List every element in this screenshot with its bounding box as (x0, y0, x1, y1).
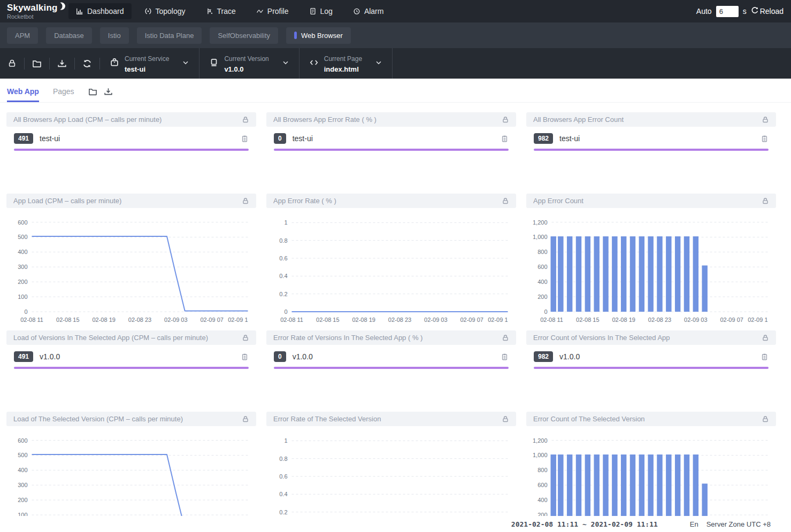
svg-text:200: 200 (18, 497, 27, 503)
lock-icon[interactable] (242, 415, 249, 423)
selector-value: v1.0.0 (224, 65, 243, 73)
svg-text:600: 600 (18, 437, 27, 444)
svg-text:0.8: 0.8 (279, 237, 287, 244)
clipboard-icon[interactable] (241, 353, 249, 361)
profile-icon (256, 7, 264, 15)
svg-text:0.8: 0.8 (279, 456, 287, 462)
download-icon[interactable] (50, 59, 74, 68)
lock-icon[interactable] (502, 197, 509, 205)
refresh-icon[interactable] (75, 59, 99, 68)
menu-item-trace[interactable]: Trace (198, 3, 243, 19)
chevron-down-icon (282, 59, 289, 68)
card-title: All Browsers App Error Rate ( % ) (273, 115, 502, 124)
menu-item-topology[interactable]: Topology (137, 3, 193, 19)
lock-icon[interactable] (242, 197, 249, 205)
folder-icon[interactable] (25, 59, 49, 68)
lock-icon[interactable] (0, 59, 24, 68)
card-title: App Load (CPM – calls per minute) (13, 197, 242, 205)
tab-web-browser[interactable]: Web Browser (286, 27, 351, 44)
stat-card-all-browsers-load: All Browsers App Load (CPM – calls per m… (6, 112, 256, 151)
svg-text:200: 200 (18, 279, 27, 285)
line-chart-app-load: 010020030040050060002-08 1102-08 1502-08… (6, 210, 256, 326)
svg-text:02-08 11: 02-08 11 (20, 317, 43, 323)
lock-icon[interactable] (502, 334, 509, 342)
svg-text:0.6: 0.6 (279, 473, 287, 480)
current-service-selector[interactable]: Current Service test-ui (100, 48, 199, 79)
tab-selfobservability[interactable]: SelfObservability (210, 27, 278, 44)
auto-interval-input[interactable] (716, 6, 739, 17)
svg-text:1: 1 (284, 437, 287, 444)
tab-istio-data-plane[interactable]: Istio Data Plane (137, 27, 202, 44)
menu-label: Dashboard (87, 7, 124, 16)
chevron-down-icon (182, 59, 189, 68)
selector-label: Current Page (324, 55, 362, 63)
stat-value-badge: 0 (274, 133, 286, 144)
active-tab-indicator (294, 32, 297, 39)
selector-value: index.html (324, 65, 359, 73)
svg-text:02-08 23: 02-08 23 (128, 317, 151, 323)
svg-text:300: 300 (18, 264, 27, 270)
trace-icon (206, 7, 213, 15)
card-title: Error Rate of Versions In The Selected A… (273, 334, 502, 342)
clipboard-icon[interactable] (761, 353, 769, 361)
svg-text:02-09 07: 02-09 07 (720, 317, 743, 323)
app-logo[interactable]: Skywalking Rocketbot (0, 3, 68, 20)
language-toggle[interactable]: En (690, 520, 698, 528)
service-lock-icon (110, 58, 119, 70)
logo-subtitle: Rocketbot (7, 14, 68, 20)
svg-text:1,200: 1,200 (533, 437, 548, 444)
clipboard-icon[interactable] (761, 135, 769, 143)
svg-text:200: 200 (537, 294, 547, 300)
svg-text:02-08 19: 02-08 19 (612, 317, 635, 323)
stat-progress-bar (274, 149, 509, 151)
lock-icon[interactable] (762, 334, 769, 342)
menu-item-log[interactable]: Log (302, 3, 340, 19)
chart-card-app-error-rate: App Error Rate ( % ) 00.20.40.60.8102-08… (266, 194, 516, 326)
time-range-picker[interactable]: 2021-02-08 11:11 ~ 2021-02-09 11:11 (511, 520, 658, 528)
lock-icon[interactable] (762, 415, 769, 423)
svg-text:0: 0 (284, 309, 287, 315)
stat-card-all-browsers-error-count: All Browsers App Error Count 982 test-ui (526, 112, 776, 151)
download-icon[interactable] (104, 87, 113, 96)
lock-icon[interactable] (502, 116, 509, 124)
svg-text:02-09 07: 02-09 07 (460, 317, 483, 323)
current-version-selector[interactable]: Current Version v1.0.0 (199, 48, 298, 79)
svg-text:400: 400 (18, 249, 27, 255)
tab-web-app[interactable]: Web App (7, 87, 39, 102)
tab-pages[interactable]: Pages (53, 87, 74, 102)
svg-text:500: 500 (18, 452, 27, 458)
svg-text:02-09 07: 02-09 07 (200, 317, 223, 323)
svg-text:0.6: 0.6 (279, 255, 287, 261)
lock-icon[interactable] (242, 116, 249, 124)
chevron-down-icon (375, 59, 382, 68)
stat-value-badge: 982 (534, 351, 553, 362)
server-zone-label: Server Zone UTC +8 (706, 520, 771, 528)
svg-text:0.4: 0.4 (279, 491, 287, 497)
lock-icon[interactable] (762, 197, 769, 205)
clipboard-icon[interactable] (501, 135, 509, 143)
lock-icon[interactable] (502, 415, 509, 423)
current-page-selector[interactable]: Current Page index.html (299, 48, 392, 79)
menu-item-profile[interactable]: Profile (249, 3, 296, 19)
menu-item-alarm[interactable]: Alarm (345, 3, 391, 19)
tab-istio[interactable]: Istio (100, 27, 129, 44)
clipboard-icon[interactable] (501, 353, 509, 361)
chart-card-version-load: Load of The Selected Version (CPM – call… (6, 412, 256, 532)
tab-database[interactable]: Database (46, 27, 92, 44)
reload-button[interactable]: Reload (751, 6, 784, 16)
tab-apm[interactable]: APM (7, 27, 38, 44)
lock-icon[interactable] (762, 116, 769, 124)
toolbar: Current Service test-ui Current Version … (0, 48, 791, 79)
stat-entity-name: test-ui (559, 134, 761, 143)
svg-text:1,200: 1,200 (533, 219, 548, 226)
lock-icon[interactable] (242, 334, 249, 342)
chart-card-version-error-rate: Error Rate of The Selected Version 00.20… (266, 412, 516, 532)
stat-progress-bar (534, 149, 769, 151)
card-title: Load of The Selected Version (CPM – call… (13, 415, 242, 423)
clipboard-icon[interactable] (241, 135, 249, 143)
folder-icon[interactable] (88, 87, 97, 96)
nav-right-controls: Auto s Reload (696, 6, 791, 17)
menu-item-dashboard[interactable]: Dashboard (68, 3, 132, 19)
svg-text:600: 600 (18, 219, 27, 226)
menu-label: Log (320, 7, 333, 16)
